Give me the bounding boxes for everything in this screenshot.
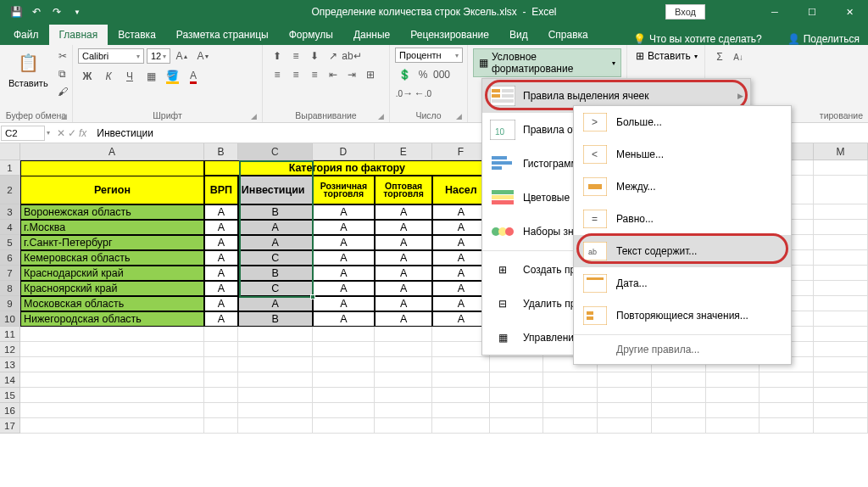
tell-me-input[interactable]: 💡Что вы хотите сделать? [633,33,762,45]
row-header[interactable]: 7 [0,266,20,281]
autosum-icon[interactable]: Σ [710,48,729,65]
cell[interactable]: A [204,235,238,250]
cell[interactable] [814,176,868,204]
cell[interactable] [814,250,868,266]
submenu-more-rules[interactable]: Другие правила... [574,338,791,364]
cell[interactable] [238,418,313,434]
region-cell[interactable]: г.Москва [20,220,204,235]
row-header[interactable]: 11 [0,327,20,342]
cell[interactable] [760,403,814,418]
dialog-launcher-icon[interactable]: ◢ [378,112,384,120]
qat-customize-icon[interactable]: ▼ [68,3,86,21]
cell[interactable] [432,372,490,388]
cell[interactable] [204,403,238,418]
cell[interactable]: A [375,220,432,235]
cell[interactable]: B [238,266,313,281]
accounting-icon[interactable]: 💲 [395,66,414,83]
cell[interactable] [814,372,868,388]
cell[interactable] [814,403,868,418]
cell[interactable] [20,372,204,388]
increase-decimal-icon[interactable]: .0→ [395,85,414,102]
cell[interactable] [706,388,760,403]
cell[interactable] [20,327,204,342]
cell[interactable] [375,372,432,388]
submenu-equal-to[interactable]: =Равно... [574,203,791,235]
cell[interactable] [760,418,814,434]
align-center-icon[interactable]: ≡ [287,66,305,83]
cell[interactable] [313,372,376,388]
row-header[interactable]: 14 [0,372,20,388]
italic-button[interactable]: К [99,68,118,85]
cell[interactable] [814,357,868,372]
align-left-icon[interactable]: ≡ [268,66,287,83]
cell[interactable]: A [204,204,238,220]
cell[interactable] [598,388,652,403]
cell[interactable] [204,418,238,434]
cell[interactable] [652,388,706,403]
cell[interactable] [238,327,313,342]
cell[interactable] [20,342,204,357]
row-header[interactable]: 2 [0,176,20,204]
cell[interactable] [238,388,313,403]
share-button[interactable]: 👤Поделиться [787,33,860,45]
cell[interactable]: B [238,311,313,327]
cell[interactable]: A [204,220,238,235]
increase-indent-icon[interactable]: ⇥ [342,66,361,83]
cell[interactable] [204,357,238,372]
cell[interactable] [432,418,490,434]
decrease-decimal-icon[interactable]: ←.0 [414,85,432,102]
col-header[interactable]: M [814,143,868,160]
header-invest[interactable]: Инвестиции [238,176,313,204]
region-cell[interactable]: Московская область [20,296,204,311]
submenu-greater-than[interactable]: >Больше... [574,106,791,138]
cell[interactable]: A [238,235,313,250]
submenu-text-contains[interactable]: abТекст содержит... [574,235,791,267]
cell[interactable]: A [313,266,376,281]
dialog-launcher-icon[interactable]: ◢ [456,112,462,120]
format-painter-icon[interactable]: 🖌 [53,83,72,100]
maximize-icon[interactable]: ☐ [793,0,831,24]
cell[interactable] [652,372,706,388]
cell[interactable] [20,388,204,403]
col-header[interactable]: A [20,143,204,160]
cell[interactable] [814,281,868,296]
dialog-launcher-icon[interactable]: ◢ [251,112,257,120]
region-cell[interactable]: г.Санкт-Петербург [20,235,204,250]
merge-icon[interactable]: ⊞ [361,66,380,83]
decrease-indent-icon[interactable]: ⇤ [324,66,342,83]
cell[interactable] [814,235,868,250]
font-color-icon[interactable]: A [184,68,203,85]
cell[interactable] [313,388,376,403]
cell[interactable] [238,403,313,418]
cell[interactable] [432,388,490,403]
submenu-date-occurring[interactable]: Дата... [574,267,791,299]
cell[interactable] [375,342,432,357]
increase-font-icon[interactable]: A▲ [173,48,192,64]
cell[interactable] [313,342,376,357]
fill-color-icon[interactable]: 🪣 [163,68,181,85]
cell[interactable] [490,403,544,418]
cell[interactable] [238,357,313,372]
cell[interactable]: A [204,250,238,266]
cell[interactable]: A [238,296,313,311]
cell[interactable] [204,372,238,388]
row-header[interactable]: 9 [0,296,20,311]
cell[interactable] [706,403,760,418]
fx-icon[interactable]: fx [79,127,86,139]
dialog-launcher-icon[interactable]: ◢ [61,112,67,120]
cut-icon[interactable]: ✂ [53,48,72,64]
cell[interactable] [598,372,652,388]
cell[interactable] [543,418,598,434]
header-retail[interactable]: Розничная торговля [313,176,376,204]
undo-icon[interactable]: ↶ [27,3,46,21]
row-header[interactable]: 10 [0,311,20,327]
cell[interactable]: A [204,296,238,311]
cell[interactable]: C [238,250,313,266]
row-header[interactable]: 12 [0,342,20,357]
cell[interactable]: A [204,311,238,327]
header-region[interactable] [20,160,204,176]
cell[interactable] [204,327,238,342]
region-cell[interactable]: Краснодарский край [20,266,204,281]
login-button[interactable]: Вход [665,4,705,20]
submenu-less-than[interactable]: <Меньше... [574,138,791,171]
